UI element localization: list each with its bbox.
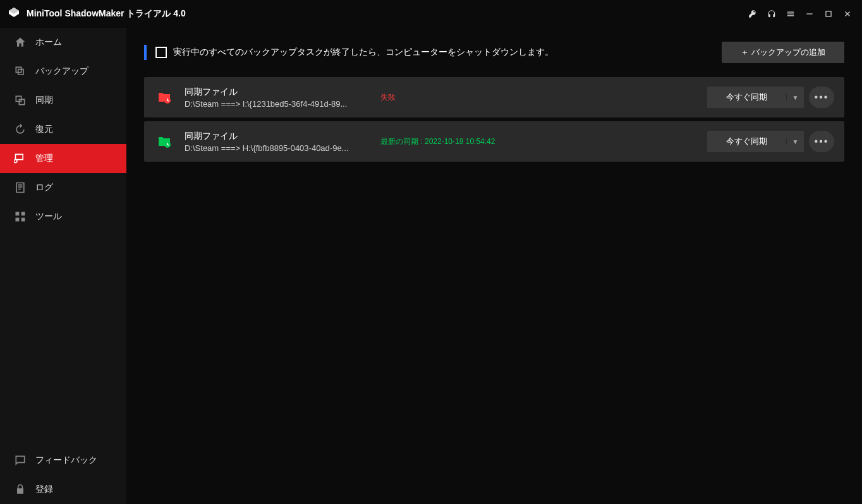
sidebar-item-label: 管理 <box>35 153 53 164</box>
sync-now-button[interactable]: 今すぐ同期 ▼ <box>707 87 804 108</box>
task-status: 最新の同期 : 2022-10-18 10:54:42 <box>380 136 646 147</box>
app-logo-icon <box>6 6 21 21</box>
sidebar-item-label: ツール <box>35 211 62 222</box>
chevron-down-icon[interactable]: ▼ <box>786 138 804 145</box>
content-pane: 実行中のすべてのバックアップタスクが終了したら、コンピューターをシャットダウンし… <box>126 28 862 504</box>
more-button[interactable]: ••• <box>809 131 834 152</box>
svg-rect-0 <box>806 13 812 14</box>
sidebar-item-register[interactable]: 登録 <box>0 475 126 504</box>
svg-rect-5 <box>21 218 25 222</box>
sidebar-item-sync[interactable]: 同期 <box>0 86 126 115</box>
log-icon <box>14 181 27 194</box>
sidebar: ホーム バックアップ 同期 復元 管理 ログ ツール フィードバ <box>0 28 126 504</box>
task-row: 同期ファイル D:\Steam ===> I:\{1231bed5-36f4-4… <box>144 77 844 117</box>
sidebar-item-home[interactable]: ホーム <box>0 28 126 57</box>
sidebar-item-label: 復元 <box>35 124 53 135</box>
app-title: MiniTool ShadowMaker トライアル 4.0 <box>27 8 186 20</box>
sidebar-item-restore[interactable]: 復元 <box>0 115 126 144</box>
sidebar-item-feedback[interactable]: フィードバック <box>0 446 126 475</box>
task-row: 同期ファイル D:\Steam ===> H:\{fbfb8895-0403-4… <box>144 121 844 162</box>
minimize-icon[interactable] <box>800 4 819 23</box>
sidebar-item-manage[interactable]: 管理 <box>0 144 126 173</box>
sidebar-item-label: ログ <box>35 182 53 193</box>
task-title: 同期ファイル <box>185 87 380 98</box>
headset-icon[interactable] <box>762 4 781 23</box>
task-path: D:\Steam ===> I:\{1231bed5-36f4-491d-89.… <box>185 99 380 109</box>
svg-rect-4 <box>16 218 20 222</box>
sync-icon <box>14 94 27 107</box>
sidebar-item-label: バックアップ <box>35 66 88 77</box>
shutdown-text: 実行中のすべてのバックアップタスクが終了したら、コンピューターをシャットダウンし… <box>173 47 554 58</box>
svg-rect-1 <box>826 11 831 16</box>
svg-rect-2 <box>16 212 20 216</box>
sidebar-item-tools[interactable]: ツール <box>0 202 126 231</box>
restore-icon <box>14 123 27 136</box>
shutdown-checkbox[interactable] <box>155 47 167 58</box>
sidebar-item-label: 同期 <box>35 95 53 106</box>
add-backup-button[interactable]: ＋ バックアップの追加 <box>722 42 844 63</box>
maximize-icon[interactable] <box>819 4 838 23</box>
folder-sync-icon <box>154 87 174 107</box>
accent-bar <box>144 45 147 60</box>
chevron-down-icon[interactable]: ▼ <box>786 94 804 101</box>
task-status: 失敗 <box>380 92 646 103</box>
sidebar-item-label: 登録 <box>35 484 53 495</box>
sidebar-item-backup[interactable]: バックアップ <box>0 57 126 86</box>
menu-icon[interactable] <box>781 4 800 23</box>
sync-now-label: 今すぐ同期 <box>707 136 786 147</box>
close-icon[interactable] <box>838 4 857 23</box>
task-path: D:\Steam ===> H:\{fbfb8895-0403-40ad-9e.… <box>185 143 380 153</box>
sync-now-button[interactable]: 今すぐ同期 ▼ <box>707 131 804 152</box>
sync-now-label: 今すぐ同期 <box>707 92 786 103</box>
sidebar-item-log[interactable]: ログ <box>0 173 126 202</box>
key-icon[interactable] <box>743 4 762 23</box>
home-icon <box>14 36 27 49</box>
task-title: 同期ファイル <box>185 131 380 142</box>
svg-rect-3 <box>21 212 25 216</box>
folder-sync-icon <box>154 131 174 152</box>
manage-icon <box>14 152 27 165</box>
lock-icon <box>14 483 27 496</box>
backup-icon <box>14 65 27 78</box>
sidebar-item-label: フィードバック <box>35 455 97 466</box>
more-button[interactable]: ••• <box>809 87 834 108</box>
tools-icon <box>14 210 27 223</box>
sidebar-item-label: ホーム <box>35 37 62 48</box>
feedback-icon <box>14 454 27 467</box>
